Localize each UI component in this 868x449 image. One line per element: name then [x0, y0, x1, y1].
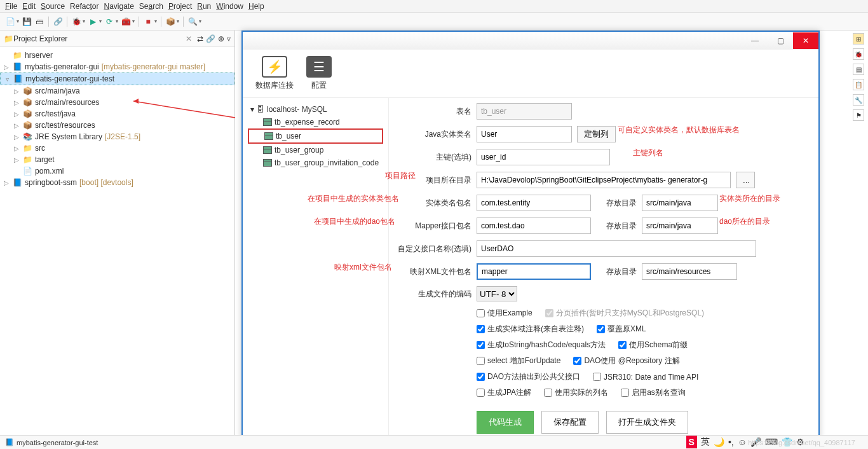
pk-input[interactable] [477, 149, 610, 165]
cb-use-example[interactable]: 使用Example [477, 308, 532, 319]
tree-item[interactable]: ▷📦src/test/resources [0, 120, 234, 131]
markers-icon[interactable]: ⚑ [853, 109, 864, 121]
tree-item[interactable]: 📁hrserver [0, 50, 234, 61]
cb-schema-prefix[interactable]: 使用Schema前缀 [618, 340, 688, 350]
tree-item[interactable]: 📄pom.xml [0, 165, 234, 177]
tree-item[interactable]: ▿📘mybatis-generator-gui-test [0, 73, 234, 85]
tree-item[interactable]: ▷📦src/main/resources [0, 97, 234, 108]
pk-label: 主键(选填) [394, 152, 477, 163]
cb-override-xml[interactable]: 覆盖原XML [597, 324, 646, 335]
db-tree[interactable]: ▾ 🗄 localhost- MySQL tb_expense_recordtb… [243, 98, 389, 449]
menu-navigate[interactable]: Navigate [104, 2, 133, 11]
moon-icon[interactable]: 🌙 [714, 437, 724, 447]
menu-window[interactable]: Window [216, 2, 243, 11]
menu-bar: File Edit Source Refactor Navigate Searc… [0, 0, 868, 13]
open-type-icon[interactable]: 🔗 [53, 17, 63, 27]
view-menu-icon[interactable]: ▿ [227, 34, 231, 43]
focus-icon[interactable]: ⊕ [218, 34, 224, 43]
browse-button[interactable]: ... [736, 172, 755, 188]
save-config-button[interactable]: 保存配置 [541, 411, 599, 434]
perspective-bug-icon[interactable]: 🐞 [853, 48, 864, 60]
dot-icon[interactable]: •, [728, 437, 734, 447]
tree-item[interactable]: ▷📚JRE System Library [J2SE-1.5] [0, 131, 234, 142]
mapper-dir-label: 存放目录 [591, 221, 642, 231]
project-path-input[interactable] [477, 172, 731, 188]
xml-dir-input[interactable] [642, 263, 737, 280]
entity-dir-input[interactable] [642, 195, 718, 211]
project-tree[interactable]: 📁hrserver▷📘mybatis-generator-gui [mybati… [0, 47, 234, 449]
ime-icon[interactable]: S [686, 436, 697, 448]
menu-help[interactable]: Help [248, 2, 264, 11]
cb-alias[interactable]: 启用as别名查询 [621, 387, 686, 398]
menu-edit[interactable]: Edit [22, 2, 36, 11]
menu-source[interactable]: Source [41, 2, 65, 11]
tree-item[interactable]: ▷📦src/main/java [0, 85, 234, 97]
custom-columns-button[interactable]: 定制列 [577, 126, 616, 142]
db-connection-button[interactable]: ⚡ 数据库连接 [255, 56, 294, 91]
db-table-item[interactable]: tb_user [248, 128, 383, 144]
cb-hash-eq[interactable]: 生成toString/hashCode/equals方法 [477, 340, 606, 350]
stop-icon[interactable]: ■ [143, 17, 153, 27]
search-icon[interactable]: 🔍 [187, 17, 198, 27]
new-pkg-icon[interactable]: 📦 [165, 17, 175, 27]
link-editor-icon[interactable]: 🔗 [206, 34, 215, 43]
db-table-item[interactable]: tb_user_group_invitation_code [248, 156, 383, 169]
cb-dao-repo[interactable]: DAO使用 @Repository 注解 [573, 356, 679, 366]
close-view-icon[interactable]: ✕ [186, 34, 192, 43]
menu-search[interactable]: Search [139, 2, 163, 11]
task-icon[interactable]: 📋 [853, 79, 864, 90]
db-table-item[interactable]: tb_expense_record [248, 116, 383, 128]
collapse-icon[interactable]: ⇄ [197, 34, 203, 43]
custom-interface-input[interactable] [477, 240, 756, 257]
new-icon[interactable]: 📄 [5, 17, 15, 27]
encoding-select[interactable]: UTF- 8 [477, 286, 517, 301]
cb-dao-parent[interactable]: DAO方法抽出到公共父接口 [477, 371, 580, 382]
save-icon[interactable]: 💾 [22, 17, 32, 27]
maximize-button[interactable]: ▢ [768, 32, 793, 49]
xml-dir-label: 存放目录 [591, 266, 642, 277]
entity-label: Java实体类名 [394, 129, 477, 140]
debug-icon[interactable]: 🐞 [71, 17, 81, 27]
tree-item[interactable]: ▷📦src/test/java [0, 108, 234, 120]
config-button[interactable]: ☰ 配置 [306, 56, 332, 91]
ext-tools-icon[interactable]: 🧰 [121, 17, 131, 27]
menu-run[interactable]: Run [197, 2, 211, 11]
entity-name-input[interactable] [477, 126, 572, 142]
smile-icon[interactable]: ☺ [738, 437, 747, 447]
mapper-pkg-input[interactable] [477, 218, 591, 234]
build-icon[interactable]: 🔧 [853, 94, 864, 106]
lang-icon[interactable]: 英 [701, 436, 710, 448]
mapper-dir-input[interactable] [642, 218, 718, 234]
db-table-item[interactable]: tb_user_group [248, 144, 383, 156]
entity-pkg-input[interactable] [477, 195, 591, 211]
outline-icon[interactable]: ▤ [853, 64, 864, 75]
db-root[interactable]: ▾ 🗄 localhost- MySQL [248, 103, 383, 116]
tree-item[interactable]: ▷📁src [0, 142, 234, 154]
run-last-icon[interactable]: ⟳ [104, 17, 114, 27]
open-folder-button[interactable]: 打开生成文件夹 [606, 411, 688, 434]
custom-if-label: 自定义接口名称(选填) [394, 244, 477, 254]
cb-select-forupdate[interactable]: select 增加ForUpdate [477, 356, 560, 366]
cb-real-col[interactable]: 使用实际的列名 [544, 387, 608, 398]
cb-jpa[interactable]: 生成JPA注解 [477, 387, 531, 398]
status-project: mybatis-generator-gui-test [17, 439, 98, 446]
tree-item[interactable]: ▷📘mybatis-generator-gui [mybatis-generat… [0, 61, 234, 73]
minimize-button[interactable]: — [742, 32, 768, 49]
menu-refactor[interactable]: Refactor [70, 2, 98, 11]
cb-jsr310[interactable]: JSR310: Date and Time API [593, 373, 698, 382]
table-name-input [477, 103, 572, 120]
tree-item[interactable]: ▷📁target [0, 154, 234, 165]
menu-project[interactable]: Project [168, 2, 192, 11]
saveall-icon[interactable]: 🗃 [34, 17, 44, 27]
run-icon[interactable]: ▶ [88, 17, 98, 27]
annot-dao-pkg: 在项目中生成的dao包名 [314, 216, 395, 227]
tree-item[interactable]: ▷📘springboot-ssm [boot] [devtools] [0, 177, 234, 188]
perspective-icon[interactable]: ⊞ [853, 33, 864, 45]
expand-icon[interactable]: ▾ [250, 105, 254, 114]
generate-button[interactable]: 代码生成 [477, 411, 534, 434]
encoding-label: 生成文件的编码 [394, 289, 477, 300]
cb-gen-comment[interactable]: 生成实体域注释(来自表注释) [477, 324, 584, 335]
close-button[interactable]: ✕ [793, 32, 818, 49]
menu-file[interactable]: File [5, 2, 17, 11]
xml-pkg-input[interactable] [477, 263, 591, 280]
